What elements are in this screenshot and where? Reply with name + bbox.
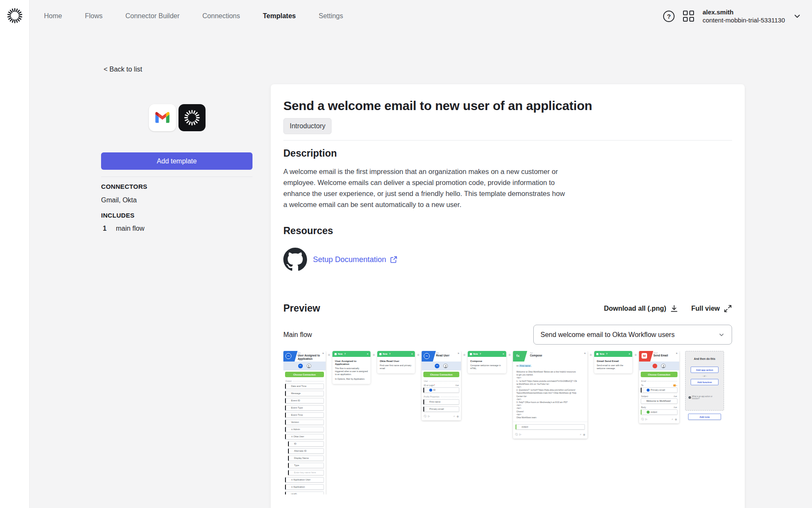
field-row: Type bbox=[288, 463, 324, 468]
id-chip-label: ID bbox=[433, 388, 436, 392]
setup-documentation-label: Setup Documentation bbox=[313, 255, 386, 264]
field-row: ∨ Admin bbox=[285, 427, 324, 432]
category-badge: Introductory bbox=[283, 118, 332, 134]
includes-heading: INCLUDES bbox=[101, 212, 134, 219]
note-header-label: Note bbox=[338, 353, 343, 355]
okta-logo-badge: okta bbox=[285, 353, 291, 359]
connectors-heading: CONNECTORS bbox=[101, 183, 147, 190]
field-row: ∨ Application bbox=[285, 484, 324, 490]
insert-step-icon: + bbox=[632, 352, 639, 357]
flow-selector[interactable]: Send welcome email to Okta Workflow user… bbox=[533, 325, 732, 345]
external-link-icon bbox=[390, 256, 398, 264]
choose-connection-button: Choose Connection bbox=[423, 372, 459, 377]
note-icon bbox=[335, 353, 337, 355]
nav-item[interactable]: Connections bbox=[203, 12, 240, 20]
help-icon[interactable]: ? bbox=[663, 11, 675, 22]
html-source-line: 3. Help? Office hours on Wednesday's at … bbox=[516, 401, 584, 404]
field-row: UUID bbox=[285, 491, 324, 494]
okta-workflows-logo-icon[interactable] bbox=[7, 8, 23, 24]
includes-label: main flow bbox=[116, 225, 145, 232]
left-rail bbox=[0, 0, 30, 508]
html-source-line: <br/> bbox=[516, 404, 584, 407]
account-menu[interactable]: alex.smith content-mobbin-trial-5331130 bbox=[702, 8, 785, 24]
choose-connection-button: Choose Connection bbox=[285, 372, 324, 377]
html-source-line: 2. Questions? <a href="https://help.okta… bbox=[516, 389, 584, 392]
event-rows: Date and TimeMessageEvent IDEvent TypeEv… bbox=[283, 384, 326, 494]
nav-item[interactable]: Templates bbox=[263, 12, 296, 20]
output-field-row: output bbox=[516, 424, 585, 430]
field-row: First name bbox=[423, 399, 459, 405]
note-text: Compose welcome message in HTML. bbox=[470, 364, 504, 370]
full-view-button[interactable]: Full view bbox=[691, 304, 732, 313]
thumb-send-email-card: M Gmail Send Email × Choose Connection E… bbox=[639, 351, 679, 423]
back-to-list-link[interactable]: < Back to list bbox=[104, 66, 142, 73]
note-header-label: Note bbox=[600, 353, 604, 355]
to-chip-label: Primary email bbox=[650, 388, 665, 392]
template-detail-card: Send a welcome email to new user of an a… bbox=[271, 84, 745, 508]
note-help-icon: ? bbox=[480, 353, 481, 355]
greeting-line: Hi First name, bbox=[516, 364, 584, 367]
gmail-connection-icon bbox=[653, 364, 657, 368]
page-title: Send a welcome email to new user of an a… bbox=[283, 99, 732, 113]
setup-documentation-link[interactable]: Setup Documentation bbox=[313, 255, 398, 264]
field-row: Display Name bbox=[288, 456, 324, 461]
note-help-icon: ? bbox=[389, 353, 390, 355]
choose-connection-button: Choose Connection bbox=[641, 372, 678, 377]
gear-icon: ⚙ bbox=[675, 418, 677, 421]
body-chip-label: output bbox=[650, 410, 657, 414]
html-source-line: Welcome to Okta Workflows! Below are a f… bbox=[516, 370, 584, 373]
text-format-toggle: Aa▾ bbox=[674, 406, 677, 409]
nav-item[interactable]: Settings bbox=[318, 12, 343, 20]
id-login-label: ID or Login bbox=[424, 384, 434, 387]
html-source-line: Center</a> bbox=[516, 395, 584, 398]
nav-item[interactable]: Connector Builder bbox=[125, 12, 179, 20]
github-icon bbox=[283, 248, 307, 271]
to-label: To bbox=[641, 384, 643, 387]
full-view-label: Full view bbox=[691, 305, 720, 312]
field-row: Enter key name here bbox=[288, 470, 324, 475]
output-chip-label: output bbox=[521, 425, 528, 429]
field-row: Date and Time bbox=[285, 384, 324, 389]
field-row: Version bbox=[285, 420, 324, 425]
user-section-label: User bbox=[422, 379, 461, 384]
close-icon: × bbox=[322, 352, 324, 355]
card-title: Compose bbox=[530, 354, 587, 357]
field-row: Event Type bbox=[285, 405, 324, 411]
note-help-icon: ? bbox=[606, 353, 607, 355]
field-row: Primary email bbox=[423, 406, 459, 412]
search-icon: ⌕ bbox=[453, 415, 455, 418]
thumb-compose-card: fx Text Compose × Hi First name, Welcome… bbox=[513, 351, 587, 439]
thumb-then-card: And then do this Add app action - or - A… bbox=[685, 351, 724, 420]
divider bbox=[283, 140, 732, 141]
html-source-line: <br/> bbox=[516, 413, 584, 416]
html-source-line: to get you started. bbox=[516, 373, 584, 376]
close-icon: × bbox=[458, 352, 459, 355]
includes-count: 1 bbox=[103, 225, 107, 232]
flow-preview-strip[interactable]: okta okta User Assigned to Application ×… bbox=[283, 351, 732, 494]
add-template-button[interactable]: Add template bbox=[101, 152, 252, 170]
main-flow-label: Main flow bbox=[283, 331, 312, 339]
html-source-line: <br/> bbox=[516, 398, 584, 401]
nav-item[interactable]: Flows bbox=[85, 12, 103, 20]
note-title: Gmail Send Email bbox=[597, 359, 630, 362]
apps-grid-icon[interactable] bbox=[683, 11, 694, 22]
select-chevron-icon bbox=[718, 331, 725, 338]
download-all-button[interactable]: Download all (.png) bbox=[604, 304, 679, 313]
nav-item[interactable]: Home bbox=[44, 12, 62, 20]
note-title: User Assigned to Application bbox=[335, 359, 368, 365]
sidebar-divider bbox=[101, 177, 252, 177]
preview-heading: Preview bbox=[283, 303, 320, 314]
card-title: User Assigned to Application bbox=[298, 354, 326, 360]
html-source-line: Cheers! bbox=[516, 410, 584, 413]
function-parallelogram bbox=[513, 351, 528, 362]
okta-logo-badge: okta bbox=[424, 353, 430, 359]
output-chip-icon bbox=[647, 411, 650, 414]
search-icon: ⌕ bbox=[672, 418, 673, 421]
add-function-button: Add function bbox=[691, 379, 719, 385]
info-icon: ⓘ bbox=[424, 414, 426, 418]
download-all-label: Download all (.png) bbox=[604, 305, 667, 312]
insert-step-icon: + bbox=[587, 352, 594, 357]
chevron-down-icon[interactable] bbox=[793, 12, 801, 20]
note-title: Compose bbox=[470, 359, 504, 362]
profile-section-label: Profile Properties bbox=[422, 395, 461, 399]
